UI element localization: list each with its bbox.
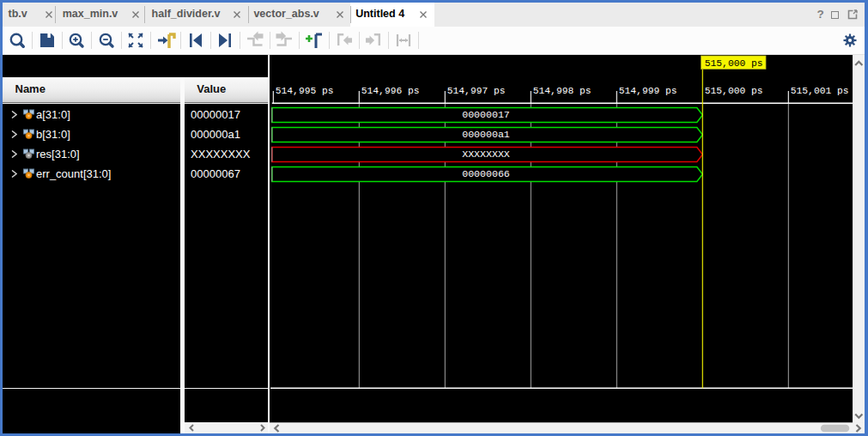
- svg-text:00000066: 00000066: [462, 167, 510, 179]
- svg-text:515,001 ps: 515,001 ps: [791, 86, 849, 96]
- svg-text:515,000 ps: 515,000 ps: [705, 58, 763, 68]
- svg-text:00000017: 00000017: [462, 108, 510, 119]
- svg-text:514,995 ps: 514,995 ps: [276, 86, 334, 96]
- svg-text:000000a1: 000000a1: [462, 128, 510, 139]
- svg-text:515,000 ps: 515,000 ps: [705, 86, 763, 96]
- svg-text:514,998 ps: 514,998 ps: [533, 86, 592, 96]
- svg-text:514,999 ps: 514,999 ps: [619, 86, 677, 96]
- svg-text:514,997 ps: 514,997 ps: [447, 86, 506, 96]
- svg-text:514,996 ps: 514,996 ps: [361, 86, 420, 96]
- svg-text:XXXXXXXX: XXXXXXXX: [462, 148, 510, 159]
